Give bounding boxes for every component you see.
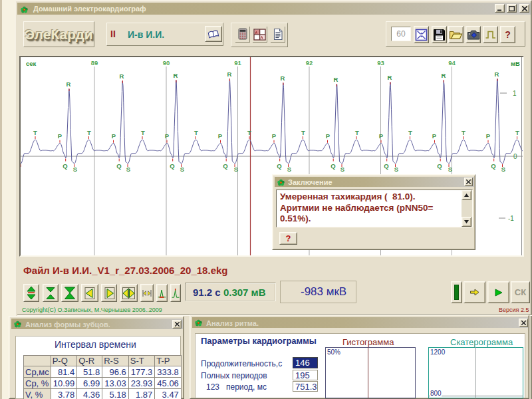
svg-text:T: T [247, 129, 251, 136]
svg-text:P: P [272, 132, 277, 140]
svg-text:R: R [66, 80, 71, 88]
svg-text:S: S [180, 166, 184, 173]
svg-text:T: T [515, 129, 519, 136]
svg-text:R: R [442, 72, 446, 79]
svg-text:Q: Q [63, 162, 67, 170]
svg-text:Q: Q [384, 162, 388, 170]
svg-text:T: T [87, 129, 91, 136]
svg-text:R: R [388, 74, 392, 81]
svg-text:Q: Q [277, 162, 281, 170]
svg-text:P: P [58, 132, 63, 140]
svg-text:Q: Q [437, 162, 442, 170]
svg-text:R: R [495, 70, 499, 78]
svg-text:Q: Q [170, 162, 174, 170]
svg-text:92: 92 [306, 59, 313, 66]
svg-text:93: 93 [377, 59, 384, 66]
svg-text:T: T [355, 129, 359, 136]
svg-text:R: R [227, 70, 232, 78]
svg-text:89: 89 [91, 59, 98, 66]
svg-text:P: P [486, 132, 491, 140]
svg-text:T: T [141, 129, 145, 136]
svg-text:P: P [165, 132, 170, 140]
svg-text:R: R [174, 72, 178, 79]
svg-text:S: S [73, 166, 77, 173]
svg-text:Q: Q [491, 162, 495, 170]
svg-text:P: P [379, 132, 384, 140]
svg-text:S: S [234, 166, 238, 173]
svg-text:S: S [287, 166, 291, 173]
svg-text:91: 91 [234, 59, 241, 66]
svg-text:94: 94 [448, 59, 456, 66]
svg-text:S: S [501, 166, 505, 173]
svg-text:мВ: мВ [511, 60, 520, 67]
svg-text:0: 0 [513, 153, 517, 160]
svg-text:T: T [194, 129, 198, 136]
svg-text:90: 90 [163, 59, 170, 66]
svg-text:P: P [326, 132, 331, 140]
svg-text:R: R [281, 74, 285, 82]
svg-text:T: T [462, 129, 466, 136]
svg-text:1: 1 [513, 90, 517, 97]
svg-text:T: T [408, 129, 412, 136]
svg-text:Q: Q [331, 162, 335, 170]
svg-text:-1: -1 [508, 215, 514, 222]
svg-text:P: P [218, 132, 223, 140]
svg-text:P: P [432, 132, 437, 140]
svg-text:T: T [301, 129, 305, 136]
svg-text:P: P [112, 132, 116, 140]
svg-text:T: T [33, 129, 37, 136]
svg-text:S: S [340, 166, 344, 173]
svg-text:сек: сек [26, 60, 37, 67]
svg-text:R: R [120, 72, 124, 80]
svg-text:Q: Q [223, 162, 227, 170]
svg-text:S: S [394, 166, 398, 173]
svg-text:Q: Q [116, 162, 121, 170]
svg-text:R: R [334, 76, 338, 83]
svg-text:S: S [126, 166, 130, 173]
svg-text:S: S [448, 166, 452, 173]
